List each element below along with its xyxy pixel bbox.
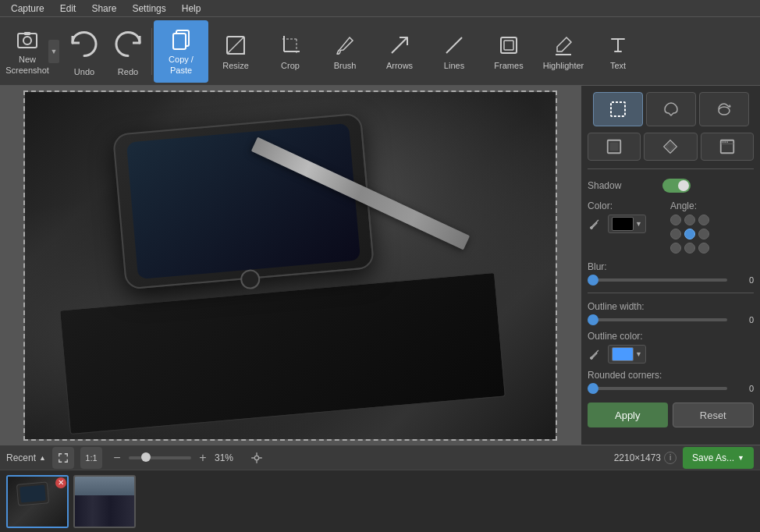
frame-style-3-button[interactable]	[701, 133, 754, 161]
angle-dots-grid	[670, 215, 740, 255]
outline-color-swatch	[612, 347, 634, 361]
pan-button[interactable]	[246, 447, 268, 469]
outline-width-section: Outline width: 0	[588, 301, 754, 325]
lines-button[interactable]: Lines	[427, 20, 481, 83]
fullscreen-icon	[58, 452, 69, 463]
zoom-slider[interactable]	[129, 456, 191, 459]
blur-slider-thumb[interactable]	[588, 275, 598, 286]
outline-width-slider[interactable]	[588, 318, 727, 321]
blur-slider[interactable]	[588, 278, 727, 282]
frames-button[interactable]: Frames	[481, 20, 536, 83]
angle-dot-tr[interactable]	[698, 215, 709, 225]
brush-button[interactable]: Brush	[318, 20, 372, 83]
highlighter-icon	[551, 33, 576, 58]
highlighter-button[interactable]: Highlighter	[536, 20, 591, 83]
dimensions-info-button[interactable]: i	[664, 452, 677, 464]
resize-button[interactable]: Resize	[208, 20, 263, 83]
zoom-in-button[interactable]: +	[194, 449, 211, 466]
new-screenshot-button[interactable]: New Screenshot	[0, 20, 55, 83]
angle-dot-tl[interactable]	[670, 215, 681, 225]
rounded-corners-slider-thumb[interactable]	[588, 383, 598, 394]
image-frame	[23, 90, 557, 441]
menu-share[interactable]: Share	[83, 2, 124, 16]
status-bar: Recent ▲ 1:1 − + 31% 2210×1473 i Save As…	[0, 445, 760, 470]
rounded-corners-value: 0	[732, 384, 754, 393]
svg-line-12	[446, 37, 462, 53]
canvas-image	[25, 92, 556, 439]
frame-style-1-button[interactable]	[588, 133, 641, 161]
save-as-button[interactable]: Save As... ▼	[683, 447, 754, 469]
menu-help[interactable]: Help	[174, 2, 209, 16]
menu-edit[interactable]: Edit	[52, 2, 84, 16]
angle-dot-ml[interactable]	[670, 229, 681, 239]
thumbnail-2[interactable]	[73, 475, 136, 528]
phone-home-button	[240, 268, 261, 289]
text-button[interactable]: Text	[591, 20, 645, 83]
rounded-corners-slider-row: 0	[588, 384, 754, 393]
menu-capture[interactable]: Capture	[3, 2, 52, 16]
new-screenshot-dropdown[interactable]: ▼	[48, 40, 59, 63]
outline-color-dropper-button[interactable]	[588, 347, 602, 361]
svg-point-1	[23, 37, 31, 44]
zoom-out-button[interactable]: −	[108, 449, 126, 466]
crop-button[interactable]: Crop	[263, 20, 318, 83]
fullscreen-button[interactable]	[52, 447, 74, 469]
thumbnail-1[interactable]: ✕	[6, 475, 69, 528]
reset-button[interactable]: Reset	[673, 403, 755, 427]
angle-dot-mr[interactable]	[698, 229, 709, 239]
outline-color-section: Outline color: ▼	[588, 331, 754, 364]
copy-paste-button[interactable]: Copy / Paste	[154, 20, 208, 83]
thumbnail-2-buildings	[75, 495, 134, 527]
recent-chevron: ▲	[39, 454, 46, 462]
svg-line-11	[392, 37, 407, 53]
thumbnail-1-close-button[interactable]: ✕	[55, 477, 66, 488]
angle-dot-tc[interactable]	[684, 215, 695, 225]
shadow-label: Shadow	[588, 180, 658, 191]
thumbnail-1-screen	[20, 484, 46, 502]
menu-bar: Capture Edit Share Settings Help	[0, 0, 760, 17]
zoom-slider-thumb	[141, 452, 151, 462]
color-label: Color:	[588, 200, 658, 211]
outline-color-dropdown-chevron: ▼	[635, 350, 642, 358]
rounded-corners-section: Rounded corners: 0	[588, 370, 754, 393]
outline-color-swatch-wrapper[interactable]: ▼	[608, 345, 646, 364]
angle-dot-bl[interactable]	[670, 243, 681, 254]
thumbnail-strip: ✕	[0, 470, 760, 532]
menu-settings[interactable]: Settings	[124, 2, 173, 16]
svg-point-23	[724, 141, 726, 143]
color-dropper-button[interactable]	[588, 217, 602, 231]
ratio-button[interactable]: 1:1	[80, 447, 102, 469]
rect-select-icon	[609, 100, 627, 119]
shadow-toggle[interactable]	[662, 179, 691, 193]
blur-label: Blur:	[588, 261, 754, 272]
recent-button[interactable]: Recent ▲	[6, 452, 46, 463]
frame-style-2-button[interactable]	[644, 133, 697, 161]
redo-button[interactable]: Redo	[106, 20, 150, 83]
arrows-icon	[387, 33, 412, 58]
shadow-row: Shadow	[588, 179, 754, 193]
thumbnail-2-image	[75, 477, 134, 527]
angle-dot-mc[interactable]	[684, 229, 695, 239]
copy-paste-icon	[169, 27, 194, 51]
apply-button[interactable]: Apply	[588, 403, 668, 427]
canvas-area[interactable]	[0, 86, 581, 445]
svg-rect-19	[610, 143, 619, 151]
angle-dot-bc[interactable]	[684, 243, 695, 254]
color-swatch-wrapper[interactable]: ▼	[608, 215, 646, 233]
lines-icon	[442, 33, 467, 58]
frames-icon	[496, 33, 521, 58]
lasso-icon	[662, 100, 680, 119]
freehand-selection-button[interactable]	[699, 92, 749, 126]
outline-width-slider-thumb[interactable]	[588, 314, 598, 325]
rounded-corners-slider[interactable]	[588, 387, 727, 390]
outline-eyedropper-icon	[588, 348, 601, 360]
svg-point-24	[726, 141, 728, 143]
lasso-selection-button[interactable]	[646, 92, 696, 126]
arrows-button[interactable]: Arrows	[372, 20, 427, 83]
selection-type-row	[588, 92, 754, 126]
undo-button[interactable]: Undo	[62, 20, 106, 83]
rect-selection-button[interactable]	[593, 92, 643, 126]
toolbar: New Screenshot ▼ Undo Redo Copy / Paste	[0, 17, 760, 86]
svg-rect-4	[173, 34, 186, 49]
angle-dot-br[interactable]	[698, 243, 709, 254]
